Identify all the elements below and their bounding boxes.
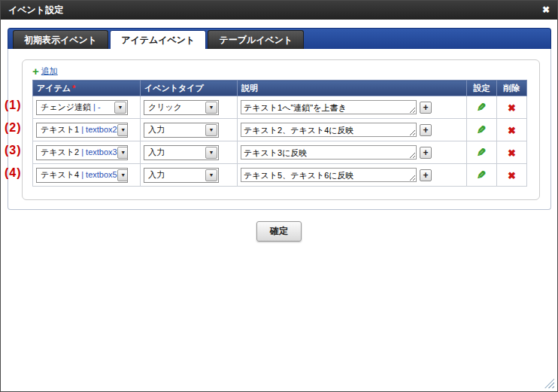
item-select[interactable]: チェンジ連鎖| - ▼ xyxy=(36,100,128,115)
close-icon[interactable]: ✖ xyxy=(542,5,550,15)
event-table: アイテム* イベントタイプ 説明 設定 削除 チェンジ連鎖| - ▼ xyxy=(32,80,527,187)
table-row: テキスト1| textbox2 ▼ 入力 ▼ テキスト2、テキスト4に反映+ ✎… xyxy=(33,119,527,141)
item-select-value: チェンジ連鎖 xyxy=(41,102,91,111)
item-cell: テキスト1| textbox2 ▼ xyxy=(33,119,141,141)
settings-cell: ✎ xyxy=(467,164,497,187)
delete-icon[interactable]: ✖ xyxy=(508,125,516,136)
row-annotation: (2) xyxy=(5,121,30,134)
expand-description-button[interactable]: + xyxy=(420,169,432,181)
chevron-down-icon[interactable]: ▼ xyxy=(114,102,126,114)
chevron-down-icon[interactable]: ▼ xyxy=(117,124,128,136)
item-select-value: テキスト1 xyxy=(41,125,79,134)
item-select[interactable]: テキスト2| textbox3 ▼ xyxy=(36,145,128,160)
item-select-id: | textbox3 xyxy=(81,147,117,156)
settings-cell: ✎ xyxy=(467,119,497,141)
event-settings-dialog: イベント設定 ✖ 初期表示イベント アイテムイベント テーブルイベント + 追加 xyxy=(0,0,558,392)
row-annotation: (4) xyxy=(5,166,30,179)
confirm-button[interactable]: 確定 xyxy=(256,221,302,242)
table-row: チェンジ連鎖| - ▼ クリック ▼ テキスト1へ"連鎖"を上書き+ ✎ ✖ xyxy=(33,96,527,119)
event-type-select-value: 入力 xyxy=(148,124,165,135)
description-textarea[interactable]: テキスト2、テキスト4に反映 xyxy=(241,123,417,137)
tab-item-event[interactable]: アイテムイベント xyxy=(110,30,206,49)
item-select[interactable]: テキスト4| textbox5 ▼ xyxy=(36,168,128,183)
event-type-cell: クリック ▼ xyxy=(141,96,238,119)
description-cell: テキスト5、テキスト6に反映+ xyxy=(238,164,467,187)
row-annotation: (1) xyxy=(5,99,30,111)
header-event-type: イベントタイプ xyxy=(141,81,238,96)
event-type-select-value: クリック xyxy=(148,102,182,113)
description-textarea[interactable]: テキスト5、テキスト6に反映 xyxy=(241,168,417,182)
required-asterisk: * xyxy=(72,84,75,93)
chevron-down-icon[interactable]: ▼ xyxy=(205,169,217,181)
event-type-select-value: 入力 xyxy=(148,147,165,158)
item-select-id: | textbox2 xyxy=(81,125,117,134)
description-textarea[interactable]: テキスト1へ"連鎖"を上書き xyxy=(241,100,417,114)
item-select-value: テキスト4 xyxy=(41,170,79,179)
item-cell: チェンジ連鎖| - ▼ xyxy=(33,96,141,119)
event-type-cell: 入力 ▼ xyxy=(141,164,238,187)
chevron-down-icon[interactable]: ▼ xyxy=(205,124,217,136)
pencil-icon[interactable]: ✎ xyxy=(477,123,487,137)
add-row-link[interactable]: + 追加 xyxy=(32,65,58,77)
resize-grip-icon[interactable] xyxy=(544,378,554,388)
item-select-value: テキスト2 xyxy=(41,147,79,156)
item-select-id: | textbox5 xyxy=(81,170,117,179)
delete-icon[interactable]: ✖ xyxy=(508,170,516,181)
header-settings: 設定 xyxy=(467,81,497,96)
event-type-cell: 入力 ▼ xyxy=(141,141,238,164)
event-table-body: チェンジ連鎖| - ▼ クリック ▼ テキスト1へ"連鎖"を上書き+ ✎ ✖ テ… xyxy=(33,96,527,187)
add-link-label: 追加 xyxy=(41,65,58,77)
tab-initial-display-event[interactable]: 初期表示イベント xyxy=(13,30,108,49)
description-cell: テキスト1へ"連鎖"を上書き+ xyxy=(238,96,467,119)
expand-description-button[interactable]: + xyxy=(420,102,432,114)
item-select[interactable]: テキスト1| textbox2 ▼ xyxy=(36,123,128,138)
event-list-panel: + 追加 アイテム* イベントタイプ 説明 設定 xyxy=(22,59,540,200)
row-annotation: (3) xyxy=(5,144,30,156)
dialog-titlebar[interactable]: イベント設定 xyxy=(1,1,557,20)
delete-cell: ✖ xyxy=(497,119,527,141)
description-cell: テキスト2、テキスト4に反映+ xyxy=(238,119,467,141)
item-cell: テキスト2| textbox3 ▼ xyxy=(33,141,141,164)
pencil-icon[interactable]: ✎ xyxy=(477,101,487,114)
delete-cell: ✖ xyxy=(497,96,527,119)
chevron-down-icon[interactable]: ▼ xyxy=(205,102,217,114)
header-description: 説明 xyxy=(238,81,467,96)
event-type-select[interactable]: 入力 ▼ xyxy=(144,168,219,183)
delete-icon[interactable]: ✖ xyxy=(508,102,516,114)
chevron-down-icon[interactable]: ▼ xyxy=(117,169,128,181)
header-delete: 削除 xyxy=(497,81,527,96)
event-type-select[interactable]: 入力 ▼ xyxy=(144,123,219,138)
item-select-id: | - xyxy=(93,102,101,111)
tab-panel-item-event: + 追加 アイテム* イベントタイプ 説明 設定 xyxy=(8,49,551,210)
pencil-icon[interactable]: ✎ xyxy=(477,146,487,160)
pencil-icon[interactable]: ✎ xyxy=(477,169,487,182)
header-item: アイテム* xyxy=(33,81,141,96)
table-row: テキスト4| textbox5 ▼ 入力 ▼ テキスト5、テキスト6に反映+ ✎… xyxy=(33,164,527,187)
table-row: テキスト2| textbox3 ▼ 入力 ▼ テキスト3に反映+ ✎ ✖ xyxy=(33,141,527,164)
table-header-row: アイテム* イベントタイプ 説明 設定 削除 xyxy=(33,81,527,96)
event-type-select-value: 入力 xyxy=(148,169,165,181)
delete-cell: ✖ xyxy=(497,141,527,164)
item-cell: テキスト4| textbox5 ▼ xyxy=(33,164,141,187)
add-plus-icon: + xyxy=(32,67,39,76)
dialog-title: イベント設定 xyxy=(8,5,63,15)
settings-cell: ✎ xyxy=(467,141,497,164)
tab-strip: 初期表示イベント アイテムイベント テーブルイベント xyxy=(8,28,551,49)
expand-description-button[interactable]: + xyxy=(420,124,432,136)
tab-widget: 初期表示イベント アイテムイベント テーブルイベント + 追加 xyxy=(8,28,551,210)
chevron-down-icon[interactable]: ▼ xyxy=(117,147,128,159)
description-cell: テキスト3に反映+ xyxy=(238,141,467,164)
delete-icon[interactable]: ✖ xyxy=(508,147,516,159)
settings-cell: ✎ xyxy=(467,96,497,119)
expand-description-button[interactable]: + xyxy=(420,147,432,159)
event-type-select[interactable]: クリック ▼ xyxy=(144,100,219,115)
description-textarea[interactable]: テキスト3に反映 xyxy=(241,145,417,160)
chevron-down-icon[interactable]: ▼ xyxy=(205,147,217,159)
tab-table-event[interactable]: テーブルイベント xyxy=(208,30,304,49)
event-type-select[interactable]: 入力 ▼ xyxy=(144,145,219,160)
event-type-cell: 入力 ▼ xyxy=(141,119,238,141)
delete-cell: ✖ xyxy=(497,164,527,187)
